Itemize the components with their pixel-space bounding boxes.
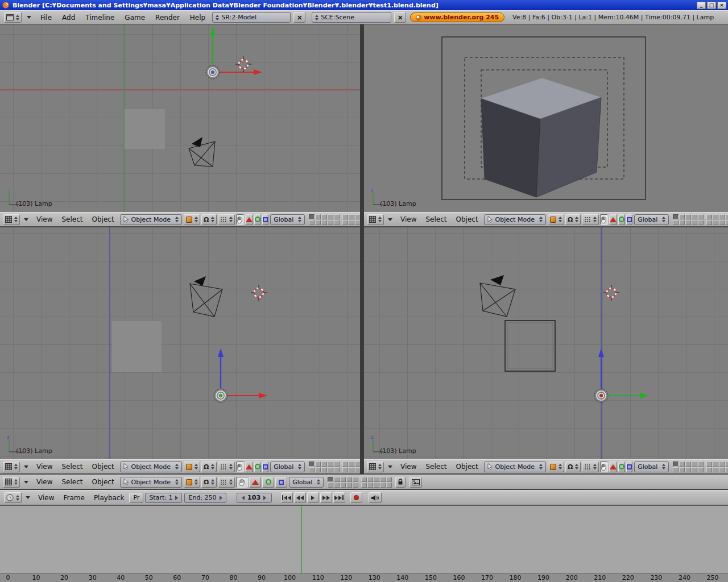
layer-toggle[interactable] [679, 462, 685, 467]
menu-object[interactable]: Object [452, 463, 483, 471]
preview-range-button[interactable]: Pr [129, 493, 143, 503]
layer-toggle[interactable] [349, 214, 354, 219]
layer-toggle[interactable] [706, 220, 712, 225]
layer-toggle[interactable] [685, 214, 691, 219]
layer-toggle[interactable] [346, 477, 352, 482]
layer-buttons[interactable] [342, 462, 360, 472]
scene-close-button[interactable]: × [394, 12, 406, 23]
layer-toggle[interactable] [353, 483, 358, 488]
layer-toggle[interactable] [713, 462, 718, 467]
layer-toggle[interactable] [355, 220, 360, 225]
scale-manipulator-toggle[interactable] [626, 214, 632, 225]
scale-manipulator-toggle[interactable] [275, 477, 287, 488]
screen-selector[interactable]: SR:2-Model [212, 12, 291, 23]
layer-toggle[interactable] [692, 467, 697, 472]
editor-type-button[interactable] [3, 462, 20, 472]
draw-type-dropdown[interactable] [184, 477, 200, 488]
mode-dropdown[interactable]: Object Mode [484, 214, 546, 225]
timeline-canvas[interactable] [0, 505, 728, 573]
scene-selector[interactable]: SCE:Scene [312, 12, 391, 23]
layer-toggle[interactable] [367, 483, 373, 488]
layer-toggle[interactable] [355, 214, 360, 219]
mode-dropdown[interactable]: Object Mode [120, 477, 182, 488]
layer-toggle[interactable] [706, 467, 712, 472]
editor-type-button[interactable] [3, 214, 20, 225]
pivot-dropdown[interactable]: Ω [201, 462, 217, 472]
jump-start-button[interactable] [281, 492, 293, 503]
menu-render[interactable]: Render [151, 14, 184, 22]
layer-toggle[interactable] [386, 483, 392, 488]
layer-buttons[interactable] [309, 462, 340, 472]
layer-toggle[interactable] [309, 214, 315, 219]
layer-toggle[interactable] [706, 214, 712, 219]
menu-object[interactable]: Object [88, 215, 119, 223]
layer-toggle[interactable] [340, 477, 346, 482]
menu-object[interactable]: Object [88, 478, 119, 486]
manipulator-toggle[interactable] [600, 462, 608, 472]
layer-toggle[interactable] [725, 214, 728, 219]
translate-manipulator-toggle[interactable] [245, 214, 253, 225]
layer-toggle[interactable] [328, 477, 333, 482]
increment-icon[interactable] [175, 496, 178, 500]
manipulator-toggle[interactable] [600, 214, 608, 225]
layer-toggle[interactable] [725, 467, 728, 472]
pivot-dropdown[interactable]: Ω [565, 462, 581, 472]
layer-toggle[interactable] [342, 220, 348, 225]
pivot-dropdown[interactable]: Ω [201, 477, 217, 488]
draw-type-dropdown[interactable] [548, 214, 564, 225]
layer-toggle[interactable] [367, 477, 373, 482]
layer-toggle[interactable] [321, 220, 327, 225]
layer-toggle[interactable] [706, 462, 712, 467]
jump-end-button[interactable] [333, 492, 345, 503]
layer-toggle[interactable] [328, 462, 333, 467]
layer-toggle[interactable] [673, 220, 679, 225]
lock-layers-button[interactable] [395, 477, 406, 488]
orientation-dropdown[interactable]: Global [289, 477, 324, 488]
manipulator-dropdown[interactable] [582, 214, 599, 225]
layer-toggle[interactable] [673, 467, 679, 472]
layer-toggle[interactable] [719, 462, 725, 467]
menu-view[interactable]: View [32, 478, 57, 486]
orientation-dropdown[interactable]: Global [270, 462, 305, 472]
layer-toggle[interactable] [679, 467, 685, 472]
maximize-button[interactable]: □ [707, 2, 716, 9]
menu-view[interactable]: View [396, 463, 421, 471]
mode-dropdown[interactable]: Object Mode [484, 462, 546, 472]
layer-buttons[interactable] [706, 214, 728, 225]
screen-close-button[interactable]: × [293, 12, 305, 23]
layer-toggle[interactable] [334, 214, 340, 219]
close-button[interactable]: × [717, 2, 726, 9]
layer-toggle[interactable] [713, 214, 718, 219]
layer-toggle[interactable] [328, 220, 333, 225]
layer-buttons[interactable] [706, 462, 728, 472]
layer-buttons[interactable] [328, 477, 358, 488]
editor-type-button[interactable] [4, 492, 22, 503]
layer-buttons[interactable] [361, 477, 392, 488]
end-frame-field[interactable]: End: 250 [184, 493, 226, 503]
collapse-menus-icon[interactable] [388, 465, 392, 468]
rotate-manipulator-toggle[interactable] [618, 462, 625, 472]
layer-toggle[interactable] [355, 467, 360, 472]
layer-toggle[interactable] [719, 214, 725, 219]
menu-file[interactable]: File [36, 14, 56, 22]
menu-select[interactable]: Select [421, 463, 451, 471]
viewport-top-view[interactable]: y x (103) Lamp [0, 24, 360, 212]
translate-manipulator-toggle[interactable] [609, 214, 617, 225]
pivot-dropdown[interactable]: Ω [201, 214, 217, 225]
layer-toggle[interactable] [334, 483, 340, 488]
layer-toggle[interactable] [349, 462, 354, 467]
start-frame-field[interactable]: Start: 1 [145, 493, 182, 503]
layer-toggle[interactable] [355, 462, 360, 467]
layer-toggle[interactable] [321, 467, 327, 472]
layer-toggle[interactable] [719, 467, 725, 472]
menu-add[interactable]: Add [57, 14, 80, 22]
layer-toggle[interactable] [321, 214, 327, 219]
manipulator-toggle[interactable] [236, 477, 248, 488]
current-frame-field[interactable]: 103 [237, 493, 272, 503]
collapse-menus-icon[interactable] [388, 218, 392, 221]
manipulator-dropdown[interactable] [218, 477, 235, 488]
layer-toggle[interactable] [692, 462, 697, 467]
step-back-button[interactable] [294, 492, 306, 503]
play-button[interactable] [307, 492, 319, 503]
layer-toggle[interactable] [698, 467, 704, 472]
